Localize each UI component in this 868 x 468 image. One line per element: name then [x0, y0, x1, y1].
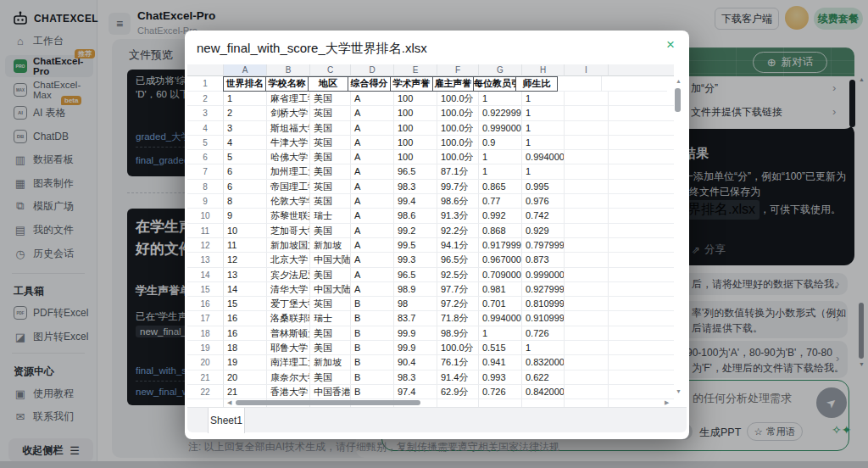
table-cell[interactable]: 0.515: [479, 341, 522, 355]
table-cell[interactable]: 南洋理工大学: [267, 355, 310, 370]
header-cell[interactable]: 雇主声誉: [432, 76, 474, 92]
table-cell[interactable]: 牛津大学: [267, 136, 310, 150]
table-cell[interactable]: 新加坡: [310, 238, 351, 253]
table-cell[interactable]: 英国: [310, 136, 351, 150]
table-cell[interactable]: 美国: [310, 326, 351, 341]
table-cell[interactable]: 中国香港: [310, 385, 351, 399]
row-number[interactable]: 14: [187, 268, 224, 282]
column-header-D[interactable]: D: [351, 64, 394, 76]
table-cell[interactable]: 香港大学: [267, 385, 310, 399]
table-cell[interactable]: [565, 106, 609, 120]
table-cell[interactable]: 0.8420000000: [522, 385, 565, 399]
table-cell[interactable]: 中国大陆: [310, 253, 351, 267]
column-header-E[interactable]: E: [394, 64, 437, 76]
row-number[interactable]: 18: [187, 326, 224, 341]
table-cell[interactable]: 98.3: [394, 370, 437, 385]
table-cell[interactable]: 100: [394, 92, 437, 106]
table-cell[interactable]: 97.2分: [437, 297, 479, 311]
table-cell[interactable]: 0.873: [522, 253, 565, 267]
table-cell[interactable]: [565, 136, 609, 150]
table-cell[interactable]: [565, 355, 609, 370]
table-cell[interactable]: [565, 121, 609, 136]
grid-scroll-down-icon[interactable]: ▼: [676, 388, 682, 395]
table-cell[interactable]: 87.1分: [437, 164, 479, 179]
table-cell[interactable]: 98.9: [394, 282, 437, 297]
table-cell[interactable]: 0.9990000000: [479, 121, 522, 136]
table-cell[interactable]: 哈佛大学: [267, 150, 310, 164]
table-cell[interactable]: 18: [224, 341, 267, 355]
table-cell[interactable]: 美国: [310, 164, 351, 179]
row-number[interactable]: 5: [187, 136, 224, 150]
row-number[interactable]: 19: [187, 341, 224, 355]
table-cell[interactable]: 9: [224, 209, 267, 223]
grid-scroll-right-icon[interactable]: ▶: [665, 399, 669, 406]
table-cell[interactable]: [565, 164, 609, 179]
table-cell[interactable]: 美国: [310, 341, 351, 355]
table-cell[interactable]: 96.5分: [437, 253, 479, 267]
table-cell[interactable]: 4: [224, 136, 267, 150]
table-cell[interactable]: 瑞士: [310, 311, 351, 326]
table-cell[interactable]: 美国: [310, 92, 351, 106]
table-cell[interactable]: 3: [224, 121, 267, 136]
table-cell[interactable]: 0.992: [479, 209, 522, 223]
table-cell[interactable]: [565, 253, 609, 267]
table-cell[interactable]: 16: [224, 326, 267, 341]
table-cell[interactable]: A: [351, 121, 394, 136]
table-cell[interactable]: 斯坦福大学: [267, 121, 310, 136]
row-number[interactable]: 1: [187, 76, 224, 92]
table-cell[interactable]: [565, 297, 609, 311]
table-cell[interactable]: 6: [224, 164, 267, 179]
table-cell[interactable]: 洛桑联邦理工: [267, 311, 310, 326]
table-cell[interactable]: 99.3: [394, 253, 437, 267]
table-cell[interactable]: 0.941: [479, 355, 522, 370]
table-cell[interactable]: 98.6: [394, 209, 437, 223]
table-cell[interactable]: 1: [224, 92, 267, 106]
table-cell[interactable]: 5: [224, 150, 267, 164]
table-cell[interactable]: 康奈尔大学: [267, 370, 310, 385]
table-cell[interactable]: 97.7分: [437, 282, 479, 297]
column-header-A[interactable]: A: [224, 64, 267, 76]
table-cell[interactable]: 0.976: [522, 194, 565, 209]
sheet-tab[interactable]: Sheet1: [208, 408, 245, 433]
row-number[interactable]: 10: [187, 209, 224, 223]
table-cell[interactable]: 0.7090000000: [479, 268, 522, 282]
table-cell[interactable]: B: [351, 297, 394, 311]
grid-scroll-up-icon[interactable]: ▲: [676, 78, 682, 85]
table-cell[interactable]: 91.3分: [437, 209, 479, 223]
table-cell[interactable]: 98.6分: [437, 194, 479, 209]
table-cell[interactable]: 21: [224, 385, 267, 399]
table-cell[interactable]: 13: [224, 268, 267, 282]
table-cell[interactable]: A: [351, 238, 394, 253]
table-cell[interactable]: A: [351, 253, 394, 267]
header-cell[interactable]: 学校名称: [265, 76, 309, 92]
table-cell[interactable]: 98.3: [394, 180, 437, 194]
table-cell[interactable]: 0.726: [479, 385, 522, 399]
table-cell[interactable]: 100.0分: [437, 136, 479, 150]
table-cell[interactable]: 100.0分: [437, 92, 479, 106]
row-number[interactable]: 11: [187, 224, 224, 238]
table-cell[interactable]: 98: [394, 297, 437, 311]
table-cell[interactable]: A: [351, 106, 394, 120]
table-cell[interactable]: 83.7: [394, 311, 437, 326]
table-cell[interactable]: 麻省理工学院: [267, 92, 310, 106]
row-number[interactable]: 16: [187, 297, 224, 311]
table-cell[interactable]: 6: [224, 180, 267, 194]
table-cell[interactable]: 英国: [310, 297, 351, 311]
table-cell[interactable]: 0.701: [479, 297, 522, 311]
table-cell[interactable]: 16: [224, 311, 267, 326]
table-cell[interactable]: 99.4: [394, 194, 437, 209]
table-cell[interactable]: 94.1分: [437, 238, 479, 253]
table-cell[interactable]: 伦敦大学学院: [267, 194, 310, 209]
close-icon[interactable]: ×: [666, 37, 675, 52]
table-cell[interactable]: 92.5分: [437, 268, 479, 282]
table-cell[interactable]: 1: [479, 92, 522, 106]
table-cell[interactable]: 76.1分: [437, 355, 479, 370]
table-cell[interactable]: [565, 180, 609, 194]
table-cell[interactable]: A: [351, 224, 394, 238]
table-cell[interactable]: 0.929: [522, 224, 565, 238]
header-cell[interactable]: 师生比: [515, 76, 558, 92]
table-cell[interactable]: 8: [224, 194, 267, 209]
table-cell[interactable]: 1: [522, 341, 565, 355]
table-cell[interactable]: 99.5: [394, 238, 437, 253]
row-number[interactable]: 15: [187, 282, 224, 297]
